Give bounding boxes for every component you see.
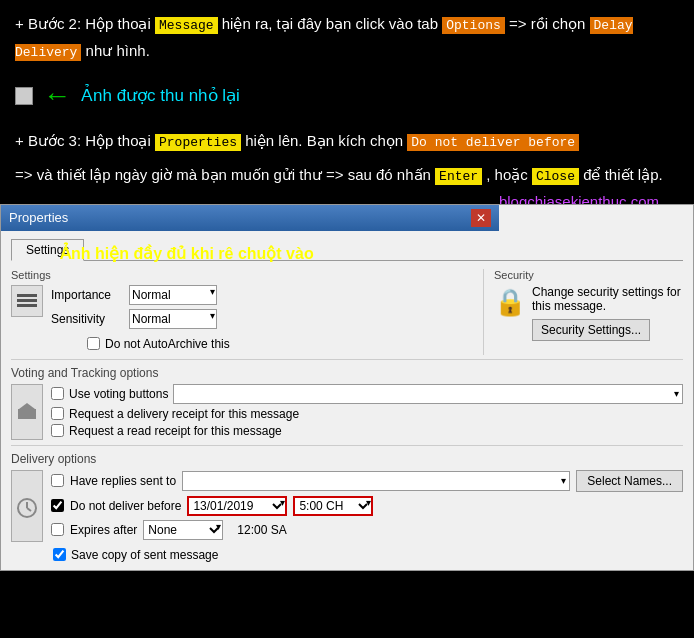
importance-select[interactable]: Normal (129, 285, 217, 305)
svg-marker-7 (19, 403, 35, 409)
step2-prefix: + Bước 2: Hộp thoại (15, 15, 151, 32)
image-thumbnail-row: ← Ảnh được thu nhỏ lại (15, 71, 679, 121)
expires-time-value: 12:00 SA (237, 523, 286, 537)
sensitivity-select[interactable]: Normal (129, 309, 217, 329)
step2-arrow: => rồi chọn (509, 15, 590, 32)
autoarchive-checkbox[interactable] (87, 337, 100, 350)
separator2 (11, 445, 683, 446)
settings-icon (11, 285, 43, 317)
deliver-time-wrapper[interactable]: 5:00 CH (293, 496, 373, 516)
top-section: + Bước 2: Hộp thoại Message hiện ra, tại… (0, 0, 694, 204)
deliver-time-select[interactable]: 5:00 CH (293, 496, 373, 516)
read-receipt-row: Request a read receipt for this message (51, 424, 683, 438)
use-voting-checkbox[interactable] (51, 387, 64, 400)
save-copy-row: Save copy of sent message (53, 548, 683, 562)
step3-mid2: => và thiết lập ngày giờ mà bạn muốn gửi… (15, 166, 431, 183)
enter-highlight: Enter (435, 168, 482, 185)
step3-text: + Bước 3: Hộp thoại Properties hiện lên.… (15, 127, 679, 154)
do-not-deliver-checkbox[interactable] (51, 499, 64, 512)
step2-text: + Bước 2: Hộp thoại Message hiện ra, tại… (15, 10, 679, 65)
delivery-fields: Have replies sent to Select Names... Do … (51, 470, 683, 544)
read-receipt-checkbox[interactable] (51, 424, 64, 437)
close-highlight: Close (532, 168, 579, 185)
autoarchive-row: Do not AutoArchive this (87, 337, 473, 351)
replies-row: Have replies sent to Select Names... (51, 470, 683, 492)
delivery-section: Have replies sent to Select Names... Do … (11, 470, 683, 562)
step2-end: như hình. (86, 42, 150, 59)
save-copy-label: Save copy of sent message (71, 548, 218, 562)
delivery-header: Delivery options (11, 452, 683, 466)
do-not-deliver-label: Do not deliver before (70, 499, 181, 513)
lock-icon: 🔒 (494, 285, 526, 318)
options-highlight: Options (442, 17, 505, 34)
step3-mid1: hiện lên. Bạn kích chọn (245, 132, 403, 149)
dialog-close-button[interactable]: ✕ (471, 209, 491, 227)
sensitivity-row: Sensitivity Normal (51, 309, 217, 329)
tab-settings[interactable]: Settings (11, 239, 84, 261)
green-arrow-icon: ← (43, 71, 71, 121)
security-content: Change security settings for this messag… (532, 285, 683, 341)
svg-rect-6 (18, 409, 36, 419)
replies-checkbox[interactable] (51, 474, 64, 487)
svg-rect-5 (17, 304, 37, 307)
properties-dialog: Properties ✕ Settings Settings (0, 204, 694, 571)
settings-security-row: Settings Importance (11, 269, 683, 355)
delivery-receipt-checkbox[interactable] (51, 407, 64, 420)
dialog-titlebar: Properties ✕ (1, 205, 499, 231)
thumbnail-img (15, 87, 33, 105)
expires-label: Expires after (70, 523, 137, 537)
voting-header: Voting and Tracking options (11, 366, 683, 380)
step2-mid: hiện ra, tại đây bạn click vào tab (222, 15, 438, 32)
svg-line-10 (27, 508, 31, 511)
settings-section-label: Settings (11, 269, 473, 281)
select-names-button[interactable]: Select Names... (576, 470, 683, 492)
expires-date-select[interactable]: None (143, 520, 223, 540)
expires-checkbox[interactable] (51, 523, 64, 536)
sensitivity-select-wrapper[interactable]: Normal (129, 309, 217, 329)
dialog-tabs: Settings (11, 239, 683, 261)
security-settings-button[interactable]: Security Settings... (532, 319, 650, 341)
importance-label: Importance (51, 288, 123, 302)
expires-row: Expires after None 12:00 SA (51, 520, 683, 540)
dialog-body: Settings Settings (1, 231, 693, 570)
dialog-container: Ảnh hiện đầy đủ khi rê chuột vào 1 2 Pro… (0, 204, 694, 571)
security-section-label: Security (494, 269, 683, 281)
replies-input[interactable] (182, 471, 570, 491)
step3-text2: => và thiết lập ngày giờ mà bạn muốn gửi… (15, 161, 679, 188)
replies-label: Have replies sent to (70, 474, 176, 488)
step3-or: , hoặc (486, 166, 528, 183)
use-voting-row: Use voting buttons (51, 384, 683, 404)
autoarchive-label: Do not AutoArchive this (105, 337, 230, 351)
separator1 (11, 359, 683, 360)
svg-rect-3 (17, 294, 37, 297)
img-caption: Ảnh được thu nhỏ lại (81, 81, 240, 112)
voting-icon (11, 384, 43, 440)
donot-highlight: Do not deliver before (407, 134, 579, 151)
read-receipt-label: Request a read receipt for this message (69, 424, 282, 438)
voting-content: Use voting buttons Request a delivery re… (51, 384, 683, 441)
deliver-date-wrapper[interactable]: 13/01/2019 (187, 496, 287, 516)
expires-date-wrapper[interactable]: None (143, 520, 223, 540)
step3-prefix: + Bước 3: Hộp thoại (15, 132, 151, 149)
dialog-title: Properties (9, 210, 68, 225)
delivery-icon (11, 470, 43, 542)
do-not-deliver-row: Do not deliver before 13/01/2019 5:00 CH (51, 496, 683, 516)
message-highlight: Message (155, 17, 218, 34)
delivery-receipt-label: Request a delivery receipt for this mess… (69, 407, 299, 421)
save-copy-checkbox[interactable] (53, 548, 66, 561)
delivery-receipt-row: Request a delivery receipt for this mess… (51, 407, 683, 421)
voting-row: Use voting buttons Request a delivery re… (11, 384, 683, 441)
use-voting-label: Use voting buttons (69, 387, 168, 401)
svg-rect-4 (17, 299, 37, 302)
importance-select-wrapper[interactable]: Normal (129, 285, 217, 305)
settings-fields: Importance Normal Sensitivity (51, 285, 217, 333)
deliver-date-select[interactable]: 13/01/2019 (187, 496, 287, 516)
settings-col: Settings Importance (11, 269, 473, 355)
properties-highlight: Properties (155, 134, 241, 151)
security-col: Security 🔒 Change security settings for … (483, 269, 683, 355)
step3-end: để thiết lập. (583, 166, 663, 183)
sensitivity-label: Sensitivity (51, 312, 123, 326)
voting-dropdown[interactable] (173, 384, 683, 404)
security-text: Change security settings for this messag… (532, 285, 683, 313)
importance-row: Importance Normal (51, 285, 217, 305)
